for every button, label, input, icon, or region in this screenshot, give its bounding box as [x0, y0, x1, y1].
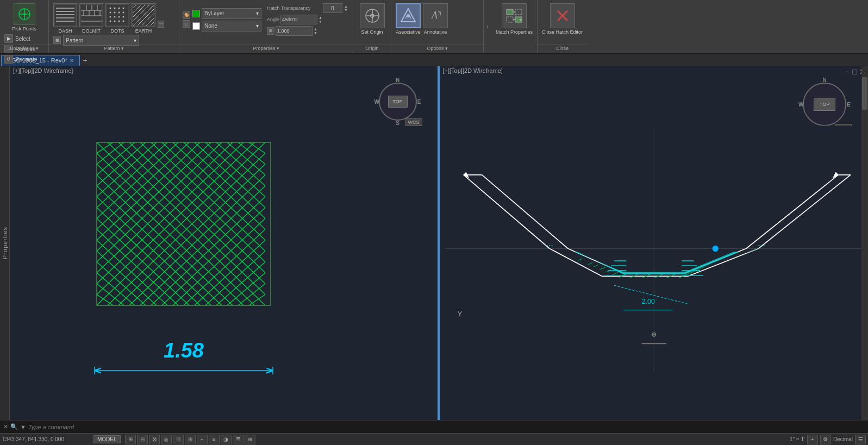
- polar-button[interactable]: ◎: [161, 435, 172, 444]
- snap-button[interactable]: ⊟: [137, 435, 148, 444]
- dynamic-button[interactable]: +: [197, 435, 208, 444]
- compass-top-button[interactable]: TOP: [388, 96, 408, 108]
- bg-color-swatch: [192, 22, 200, 30]
- grid-button[interactable]: ⊞: [125, 435, 136, 444]
- earth-pattern-button[interactable]: EARTH: [132, 3, 155, 34]
- scale-stepper[interactable]: ▲ ▼: [314, 27, 317, 35]
- pattern-label[interactable]: Pattern ▾: [49, 45, 179, 51]
- svg-rect-46: [507, 9, 513, 15]
- associative-button[interactable]: Associative: [396, 3, 421, 35]
- svg-point-35: [114, 21, 116, 22]
- dimension-value: 1.58: [164, 339, 204, 362]
- svg-text:2.00: 2.00: [641, 298, 654, 305]
- status-menu-button[interactable]: ☰: [855, 435, 866, 444]
- left-viewport-header: [+][Top][2D Wireframe]: [13, 67, 73, 74]
- cmd-search-icon[interactable]: 🔍: [10, 423, 18, 430]
- transparency-input[interactable]: 0: [323, 3, 342, 13]
- svg-point-28: [118, 12, 120, 14]
- main-toolbar: Pick Points ▶ Select − Remove ↺ Recreate…: [0, 0, 868, 54]
- svg-point-31: [114, 16, 116, 18]
- fg-color-swatch: [192, 10, 200, 17]
- tab-add-button[interactable]: +: [80, 55, 91, 66]
- status-bar: 1343.347, 841.330, 0.000 MODEL ⊞ ⊟ ⊠ ◎ ⊡…: [0, 433, 868, 445]
- viewport-maximize-button[interactable]: □: [853, 67, 857, 76]
- transparency-btn[interactable]: ◑: [221, 435, 232, 444]
- command-input[interactable]: [28, 424, 865, 430]
- model-button[interactable]: MODEL: [93, 435, 121, 443]
- bg-color-dropdown[interactable]: None ▾: [202, 21, 261, 32]
- angle-stepper[interactable]: ▲ ▼: [319, 16, 322, 23]
- main-content: Properties [+][Top][2D Wireframe] N S E …: [0, 66, 868, 420]
- snap-track-button[interactable]: ⊞: [185, 435, 196, 444]
- compass-e-label: E: [417, 99, 421, 105]
- recreate-button[interactable]: ↺ Recreate: [3, 54, 45, 64]
- compass-w-label: W: [374, 99, 379, 105]
- svg-point-34: [110, 21, 111, 22]
- dash-pattern-button[interactable]: DASH: [53, 3, 77, 34]
- expand-pattern-button[interactable]: [158, 3, 164, 28]
- annotative-button[interactable]: A Annotative: [423, 3, 448, 35]
- match-properties-button[interactable]: ▼ Match Properties: [496, 3, 533, 35]
- compass-n-label: N: [396, 77, 399, 83]
- selection-button[interactable]: ⊕: [245, 435, 255, 444]
- svg-point-26: [110, 12, 111, 14]
- properties-sidebar[interactable]: Properties: [0, 66, 10, 420]
- viewport-minimize-button[interactable]: −: [844, 67, 848, 76]
- svg-point-163: [712, 246, 718, 252]
- cmd-arrow-icon[interactable]: ▼: [20, 424, 26, 430]
- snap-obj-button[interactable]: ⊡: [173, 435, 184, 444]
- svg-text:▼: ▼: [519, 18, 522, 22]
- scale-display: 1" = 1': [790, 436, 805, 442]
- angle-input[interactable]: 45d0'0": [280, 15, 317, 24]
- boundaries-label[interactable]: Boundaries ▾: [0, 45, 48, 51]
- close-hatch-button[interactable]: Close Hatch Editor: [542, 3, 583, 35]
- angle-label: Angle: [267, 17, 279, 22]
- svg-point-36: [118, 21, 120, 22]
- dots-pattern-button[interactable]: DOTS: [105, 3, 129, 34]
- svg-point-27: [114, 12, 116, 14]
- hatch-pattern-display: [91, 137, 276, 311]
- svg-rect-47: [515, 9, 522, 15]
- svg-point-33: [123, 16, 124, 18]
- options-section-label[interactable]: Options ▾: [391, 45, 483, 51]
- pick-points-label: Pick Points: [12, 26, 36, 32]
- select-button[interactable]: ▶ Select: [3, 34, 45, 43]
- svg-rect-53: [97, 142, 271, 305]
- zoom-button[interactable]: +: [807, 435, 818, 444]
- tab-close-icon[interactable]: ✕: [70, 58, 74, 64]
- set-origin-button[interactable]: Set Origin: [360, 3, 385, 35]
- viewport-left[interactable]: [+][Top][2D Wireframe] N S E W TOP WCS: [10, 66, 440, 420]
- ortho-button[interactable]: ⊠: [149, 435, 160, 444]
- expand-options-button[interactable]: ›: [484, 0, 491, 53]
- svg-point-32: [118, 16, 120, 18]
- annotative-label: Annotative: [424, 29, 447, 35]
- line-weight-button[interactable]: ≡: [209, 435, 220, 444]
- coordinates-display: 1343.347, 841.330, 0.000: [2, 436, 89, 442]
- quickprops-button[interactable]: ≣: [233, 435, 243, 444]
- pattern-dropdown[interactable]: Pattern ▾: [63, 35, 139, 46]
- right-scrollbar[interactable]: [861, 66, 868, 420]
- svg-point-30: [110, 16, 111, 18]
- origin-section-label: Origin: [353, 45, 391, 51]
- set-origin-label: Set Origin: [361, 29, 383, 35]
- properties-label[interactable]: Properties ▾: [179, 45, 353, 51]
- scrollbar-thumb[interactable]: [862, 77, 867, 110]
- cmd-close-icon[interactable]: ✕: [3, 423, 8, 430]
- wcs-badge-left[interactable]: WCS: [405, 118, 422, 126]
- fg-color-dropdown[interactable]: ByLayer ▾: [202, 8, 261, 19]
- transparency-stepper[interactable]: ▲ ▼: [344, 4, 348, 12]
- scale-input[interactable]: 1.000: [276, 26, 313, 36]
- svg-point-37: [123, 21, 124, 22]
- dolmit-pattern-button[interactable]: DOLMIT: [79, 3, 103, 34]
- transparency-label: Hatch Transparency: [267, 5, 321, 11]
- svg-text:Y: Y: [457, 310, 462, 318]
- svg-rect-48: [507, 17, 513, 22]
- viewport-right[interactable]: [+][Top][2D Wireframe] − □ ✕ N S E W TOP…: [440, 66, 869, 420]
- right-compass-top-button[interactable]: TOP: [814, 98, 835, 111]
- svg-point-44: [407, 14, 410, 17]
- gear-button[interactable]: ⚙: [820, 435, 831, 444]
- command-line: ✕ 🔍 ▼: [0, 420, 868, 433]
- match-properties-label: Match Properties: [496, 29, 533, 35]
- pick-points-button[interactable]: Pick Points: [3, 3, 45, 32]
- svg-point-25: [123, 8, 124, 9]
